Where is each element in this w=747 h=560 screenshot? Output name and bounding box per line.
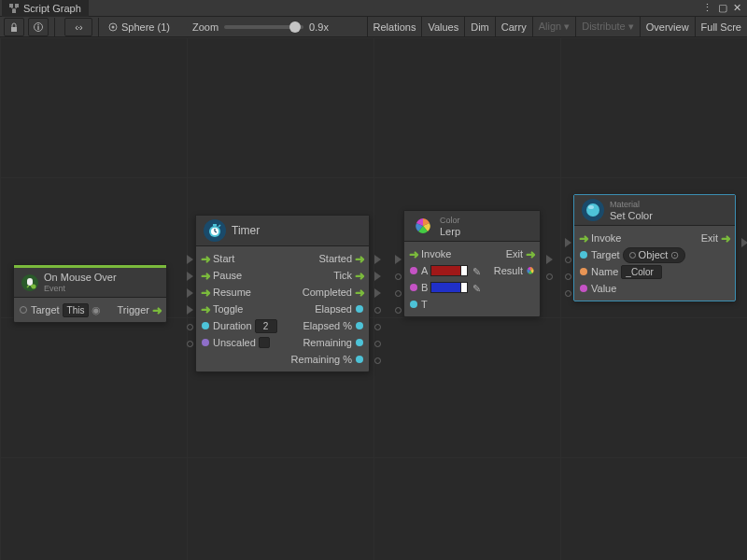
crumb-text: Sphere (1) [121, 21, 170, 33]
values-button[interactable]: Values [421, 17, 464, 36]
dropdown-icon[interactable]: ◉ [92, 304, 101, 316]
unscaled-port[interactable] [201, 338, 210, 347]
eyedropper-icon[interactable]: ✎ [472, 266, 482, 275]
ext-port[interactable] [392, 287, 403, 299]
ext-port[interactable] [184, 338, 195, 349]
name-field[interactable]: _Color [621, 265, 662, 279]
ext-port[interactable] [562, 271, 573, 282]
color-b-swatch[interactable] [430, 282, 468, 293]
elapsed-port[interactable] [355, 304, 364, 314]
fit-button[interactable]: ‹·› [64, 18, 92, 36]
target-port[interactable] [579, 250, 588, 259]
titlebar: Script Graph ⋮ ▢ ✕ [0, 0, 747, 17]
remaining-port[interactable] [355, 338, 364, 347]
svg-rect-13 [213, 224, 217, 226]
lock-button[interactable] [4, 18, 24, 36]
zoom-slider[interactable] [224, 25, 303, 29]
ext-port[interactable] [392, 254, 403, 265]
target-field[interactable]: This [63, 303, 90, 317]
ext-port[interactable] [562, 254, 573, 265]
start-port[interactable]: ➜ [201, 254, 210, 263]
svg-point-17 [588, 205, 594, 209]
ext-port[interactable] [184, 321, 195, 332]
node-color-lerp[interactable]: Color Lerp ➜InvokeExit➜ A✎Result B✎ T [403, 210, 541, 317]
node-on-mouse-over[interactable]: On Mouse Over Event Target This ◉ Trigge… [13, 264, 167, 323]
overview-button[interactable]: Overview [640, 17, 695, 36]
window-controls: ⋮ ▢ ✕ [697, 2, 747, 14]
pause-port[interactable]: ➜ [201, 271, 210, 280]
ext-port[interactable] [372, 321, 383, 332]
elapsedpct-port[interactable] [355, 321, 364, 330]
event-icon [21, 274, 38, 291]
ext-port[interactable] [372, 254, 383, 265]
ext-port[interactable] [543, 271, 555, 282]
value-port[interactable] [579, 284, 588, 293]
zoom-value: 0.9x [309, 21, 329, 33]
maximize-icon[interactable]: ▢ [718, 2, 727, 14]
invoke-port[interactable]: ➜ [409, 249, 418, 259]
material-icon [582, 199, 604, 221]
t-port[interactable] [409, 300, 418, 309]
result-port[interactable] [526, 266, 535, 275]
svg-point-15 [410, 284, 417, 291]
resume-port[interactable]: ➜ [201, 287, 210, 297]
node-category: Material [610, 200, 653, 209]
exit-port[interactable]: ➜ [526, 249, 535, 259]
node-category: Event [44, 284, 117, 293]
input-port[interactable] [19, 305, 28, 315]
eyedropper-icon[interactable]: ✎ [472, 283, 482, 292]
relations-button[interactable]: Relations [367, 17, 422, 36]
ext-port[interactable] [372, 304, 383, 315]
exit-port[interactable]: ➜ [721, 233, 730, 243]
svg-rect-9 [27, 278, 33, 286]
menu-icon[interactable]: ⋮ [702, 2, 712, 14]
trigger-port[interactable]: ➜ [152, 305, 162, 315]
ext-port[interactable] [184, 254, 195, 265]
started-port[interactable]: ➜ [355, 254, 364, 263]
ext-port[interactable] [372, 287, 383, 299]
ext-port[interactable] [184, 271, 195, 282]
carry-button[interactable]: Carry [495, 17, 532, 36]
ext-port[interactable] [372, 271, 383, 282]
ext-port[interactable] [372, 338, 383, 349]
info-button[interactable] [28, 18, 49, 36]
tab-script-graph[interactable]: Script Graph [2, 0, 89, 17]
ext-port[interactable] [562, 287, 573, 299]
b-port[interactable] [409, 283, 418, 292]
dim-button[interactable]: Dim [464, 17, 495, 36]
breadcrumb[interactable]: Sphere (1) [105, 21, 174, 33]
node-timer[interactable]: Timer ➜StartStarted➜ ➜PauseTick➜ ➜Resume… [195, 215, 370, 372]
ext-port[interactable] [562, 237, 573, 248]
remainingpct-port[interactable] [355, 355, 364, 364]
svg-rect-1 [15, 4, 19, 7]
svg-rect-0 [9, 4, 13, 7]
target-object-field[interactable]: Object⊙ [623, 247, 686, 263]
svg-point-18 [580, 285, 587, 292]
distribute-dropdown[interactable]: Distribute ▾ [575, 17, 640, 36]
timer-icon [204, 219, 226, 242]
ext-port[interactable] [392, 304, 403, 315]
ext-port[interactable] [372, 355, 383, 366]
duration-field[interactable]: 2 [255, 319, 277, 333]
ext-port[interactable] [543, 254, 555, 265]
ext-port[interactable] [739, 237, 747, 248]
color-a-swatch[interactable] [430, 265, 468, 276]
graph-canvas[interactable]: On Mouse Over Event Target This ◉ Trigge… [0, 37, 747, 560]
duration-port[interactable] [201, 321, 210, 330]
ext-port[interactable] [184, 287, 195, 299]
node-title: On Mouse Over [44, 272, 117, 283]
tick-port[interactable]: ➜ [355, 271, 364, 280]
a-port[interactable] [409, 266, 418, 275]
name-port[interactable] [579, 267, 588, 276]
close-icon[interactable]: ✕ [733, 2, 741, 14]
completed-port[interactable]: ➜ [355, 287, 364, 297]
fullscreen-button[interactable]: Full Scre [695, 17, 747, 36]
ext-port[interactable] [184, 304, 195, 315]
align-dropdown[interactable]: Align ▾ [532, 17, 576, 36]
svg-point-10 [32, 284, 36, 288]
toggle-port[interactable]: ➜ [201, 304, 210, 314]
node-set-color[interactable]: Material Set Color ➜InvokeExit➜ TargetOb… [573, 194, 736, 301]
unscaled-checkbox[interactable] [259, 337, 270, 348]
invoke-port[interactable]: ➜ [579, 233, 588, 243]
ext-port[interactable] [392, 271, 403, 282]
